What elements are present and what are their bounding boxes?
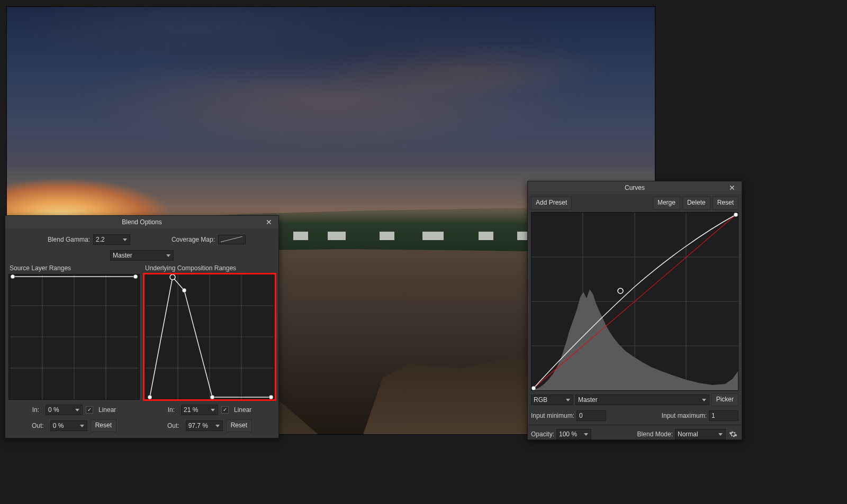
source-out-field[interactable]: 0 % [50, 420, 87, 431]
source-ranges-graph[interactable] [8, 274, 140, 400]
svg-point-16 [170, 274, 175, 280]
close-icon[interactable]: ✕ [726, 181, 738, 194]
underlying-reset-button[interactable]: Reset [226, 419, 252, 432]
curves-panel-title[interactable]: Curves ✕ [528, 181, 742, 194]
source-in-label: In: [32, 406, 42, 414]
coverage-map-thumbnail[interactable] [218, 235, 246, 244]
underlying-out-field[interactable]: 97.7 % [186, 420, 223, 431]
input-min-field[interactable]: 0 [576, 410, 606, 421]
input-max-field[interactable]: 1 [709, 410, 738, 421]
panel-title-text: Blend Options [122, 218, 161, 226]
source-in-field[interactable]: 0 % [46, 405, 83, 415]
curves-channel-dropdown[interactable]: RGB [531, 395, 573, 405]
gear-icon[interactable] [728, 429, 738, 439]
blend-channel-dropdown[interactable]: Master [110, 250, 174, 261]
curves-panel[interactable]: Curves ✕ Add Preset Merge Delete Reset R… [527, 181, 742, 440]
blend-gamma-label: Blend Gamma: [16, 236, 93, 243]
opacity-label: Opacity: [531, 430, 554, 438]
blend-options-panel[interactable]: Blend Options ✕ Blend Gamma: 2.2 Coverag… [5, 215, 279, 438]
svg-point-28 [531, 386, 536, 390]
underlying-linear-label: Linear [234, 406, 251, 414]
svg-point-7 [11, 274, 15, 279]
source-out-label: Out: [32, 422, 47, 429]
source-linear-label: Linear [98, 406, 116, 414]
panel-title[interactable]: Blend Options ✕ [5, 216, 278, 228]
merge-button[interactable]: Merge [653, 197, 680, 209]
source-reset-button[interactable]: Reset [91, 419, 116, 432]
underlying-out-label: Out: [167, 422, 183, 429]
close-icon[interactable]: ✕ [263, 216, 275, 228]
blend-gamma-dropdown[interactable]: 2.2 [93, 234, 130, 245]
source-ranges-label: Source Layer Ranges [8, 264, 140, 274]
svg-point-19 [269, 395, 273, 399]
svg-point-30 [734, 213, 738, 217]
svg-point-18 [210, 395, 214, 399]
source-linear-checkbox[interactable] [86, 406, 93, 414]
underlying-in-label: In: [168, 406, 178, 414]
underlying-in-field[interactable]: 21 % [181, 405, 218, 415]
svg-point-29 [618, 288, 623, 294]
picker-button[interactable]: Picker [711, 393, 738, 406]
svg-point-17 [182, 288, 186, 292]
add-preset-button[interactable]: Add Preset [531, 197, 572, 209]
underlying-linear-checkbox[interactable] [221, 406, 229, 414]
blend-mode-label: Blend Mode: [637, 430, 673, 438]
blend-mode-dropdown[interactable]: Normal [675, 429, 726, 439]
underlying-ranges-label: Underlying Composition Ranges [144, 264, 275, 274]
input-max-label: Input maximum: [662, 412, 707, 419]
svg-point-15 [148, 395, 152, 399]
curves-master-dropdown[interactable]: Master [575, 395, 709, 405]
delete-button[interactable]: Delete [682, 197, 710, 209]
input-min-label: Input minimum: [531, 412, 574, 419]
opacity-field[interactable]: 100 % [556, 429, 591, 439]
curves-graph[interactable] [531, 212, 738, 391]
underlying-ranges-graph[interactable] [144, 274, 275, 400]
reset-button[interactable]: Reset [713, 197, 738, 209]
coverage-map-label: Coverage Map: [141, 236, 218, 243]
svg-point-8 [133, 274, 138, 279]
curves-title-text: Curves [625, 184, 645, 191]
